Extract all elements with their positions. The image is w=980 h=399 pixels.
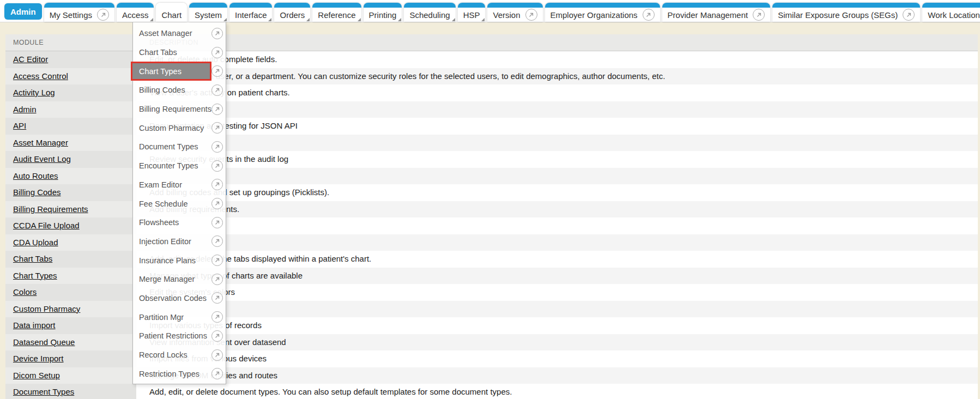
menu-item-label: Record Locks bbox=[133, 346, 211, 365]
external-link-icon[interactable] bbox=[211, 104, 223, 115]
module-link-custom-pharmacy[interactable]: Custom Pharmacy bbox=[13, 304, 80, 313]
module-link-ccda-file-upload[interactable]: CCDA File Upload bbox=[13, 221, 80, 230]
external-link-icon[interactable] bbox=[211, 368, 223, 379]
menu-item-patient-restrictions[interactable]: Patient Restrictions bbox=[133, 327, 226, 346]
external-link-icon[interactable] bbox=[211, 292, 223, 304]
menu-item-observation-codes[interactable]: Observation Codes bbox=[133, 289, 226, 308]
external-link-icon[interactable] bbox=[211, 217, 223, 228]
tab-label: My Settings bbox=[50, 10, 92, 20]
module-link-admin[interactable]: Admin bbox=[13, 105, 37, 114]
tab-my-settings[interactable]: My Settings bbox=[44, 3, 114, 22]
menu-item-fee-schedule[interactable]: Fee Schedule bbox=[133, 194, 226, 213]
menu-item-merge-manager[interactable]: Merge Manager bbox=[133, 270, 226, 289]
tab-access[interactable]: Access bbox=[117, 3, 154, 22]
external-link-icon[interactable] bbox=[211, 141, 223, 153]
module-link-dicom-setup[interactable]: Dicom Setup bbox=[13, 371, 60, 380]
external-link-icon[interactable] bbox=[211, 349, 223, 361]
submenu-fold-icon bbox=[358, 18, 361, 21]
tab-orders[interactable]: Orders bbox=[274, 3, 310, 22]
module-description: Add, edit, or delete document types. You… bbox=[136, 384, 978, 399]
external-link-icon[interactable] bbox=[211, 84, 223, 96]
menu-item-partition-mgr[interactable]: Partition Mgr bbox=[133, 307, 226, 327]
menu-item-insurance-plans[interactable]: Insurance Plans bbox=[133, 251, 226, 270]
module-link-billing-requirements[interactable]: Billing Requirements bbox=[13, 204, 88, 214]
module-cell: API bbox=[5, 118, 136, 135]
menu-item-label: Merge Manager bbox=[133, 270, 211, 289]
tab-admin[interactable]: Admin bbox=[4, 3, 42, 20]
menu-item-custom-pharmacy[interactable]: Custom Pharmacy bbox=[133, 118, 226, 137]
module-description: Edit, or delete auto complete fields. bbox=[136, 51, 978, 68]
tab-version[interactable]: Version bbox=[487, 3, 542, 22]
menu-item-record-locks[interactable]: Record Locks bbox=[133, 346, 226, 365]
module-cell: Device Import bbox=[5, 350, 136, 367]
module-link-document-types[interactable]: Document Types bbox=[13, 387, 74, 396]
module-link-activity-log[interactable]: Activity Log bbox=[13, 88, 55, 97]
external-link-icon bbox=[97, 9, 109, 21]
module-link-data-import[interactable]: Data import bbox=[13, 321, 56, 330]
submenu-fold-icon bbox=[150, 18, 153, 21]
module-link-device-import[interactable]: Device Import bbox=[13, 354, 64, 363]
module-link-api[interactable]: API bbox=[13, 121, 26, 130]
module-description bbox=[136, 168, 978, 185]
tab-system[interactable]: System bbox=[189, 3, 227, 22]
module-cell: Auto Routes bbox=[5, 168, 136, 185]
menu-item-restriction-types[interactable]: Restriction Types bbox=[133, 364, 226, 383]
menu-item-billing-codes[interactable]: Billing Codes bbox=[133, 81, 226, 100]
menu-item-exam-editor[interactable]: Exam Editor bbox=[133, 176, 226, 195]
menu-item-chart-tabs[interactable]: Chart Tabs bbox=[133, 43, 226, 62]
tab-reference[interactable]: Reference bbox=[312, 3, 361, 22]
external-link-icon[interactable] bbox=[211, 47, 223, 58]
module-link-ac-editor[interactable]: AC Editor bbox=[13, 55, 48, 64]
menu-item-flowsheets[interactable]: Flowsheets bbox=[133, 213, 226, 232]
menu-item-label: Injection Editor bbox=[133, 232, 211, 251]
external-link-icon[interactable] bbox=[211, 160, 223, 172]
menu-item-label: Encounter Types bbox=[133, 156, 211, 176]
external-link-icon[interactable] bbox=[211, 235, 223, 247]
menu-item-asset-manager[interactable]: Asset Manager bbox=[133, 24, 226, 43]
tab-provider-management[interactable]: Provider Management bbox=[662, 3, 771, 22]
module-link-colors[interactable]: Colors bbox=[13, 287, 37, 297]
external-link-icon[interactable] bbox=[211, 274, 223, 285]
external-link-icon[interactable] bbox=[211, 330, 223, 342]
tab-similar-exposure-groups-segs[interactable]: Similar Exposure Groups (SEGs) bbox=[772, 3, 920, 22]
menu-item-label: Restriction Types bbox=[133, 364, 211, 383]
module-cell: Datasend Queue bbox=[5, 334, 136, 351]
module-link-chart-types[interactable]: Chart Types bbox=[13, 271, 57, 280]
tab-printing[interactable]: Printing bbox=[364, 3, 402, 22]
tab-interface[interactable]: Interface bbox=[229, 3, 272, 22]
external-link-icon[interactable] bbox=[211, 28, 223, 39]
tab-scheduling[interactable]: Scheduling bbox=[404, 3, 455, 22]
module-link-asset-manager[interactable]: Asset Manager bbox=[13, 138, 68, 147]
menu-item-document-types[interactable]: Document Types bbox=[133, 137, 226, 156]
module-cell: Dicom Setup bbox=[5, 367, 136, 384]
module-link-chart-tabs[interactable]: Chart Tabs bbox=[13, 254, 52, 263]
menu-item-injection-editor[interactable]: Injection Editor bbox=[133, 232, 226, 251]
external-link-icon[interactable] bbox=[211, 179, 223, 190]
module-cell: AC Editor bbox=[5, 51, 136, 68]
menu-item-billing-requirements[interactable]: Billing Requirements bbox=[133, 100, 226, 119]
module-link-billing-codes[interactable]: Billing Codes bbox=[13, 188, 61, 197]
module-link-datasend-queue[interactable]: Datasend Queue bbox=[13, 337, 75, 347]
module-link-cda-upload[interactable]: CDA Upload bbox=[13, 238, 58, 247]
menu-item-label: Document Types bbox=[133, 137, 211, 156]
tab-hsp[interactable]: HSP bbox=[458, 3, 486, 22]
module-description: Review security events in the audit log bbox=[136, 151, 978, 168]
external-link-icon[interactable] bbox=[211, 198, 223, 209]
module-link-audit-event-log[interactable]: Audit Event Log bbox=[13, 154, 71, 164]
external-link-icon[interactable] bbox=[211, 65, 223, 77]
module-cell: Data import bbox=[5, 317, 136, 334]
external-link-icon[interactable] bbox=[211, 311, 223, 323]
menu-item-chart-types[interactable]: Chart Types bbox=[133, 62, 226, 81]
table-row: Document TypesAdd, edit, or delete docum… bbox=[5, 384, 978, 399]
menu-item-encounter-types[interactable]: Encounter Types bbox=[133, 156, 226, 176]
chart-dropdown-menu: Asset ManagerChart TabsChart TypesBillin… bbox=[132, 22, 226, 384]
external-link-icon[interactable] bbox=[211, 122, 223, 134]
tab-label: Version bbox=[493, 10, 520, 20]
tab-work-locations[interactable]: Work Locations bbox=[922, 3, 980, 22]
module-description bbox=[136, 101, 978, 118]
tab-employer-organizations[interactable]: Employer Organizations bbox=[545, 3, 660, 22]
tab-chart[interactable]: Chart bbox=[156, 3, 187, 22]
module-link-access-control[interactable]: Access Control bbox=[13, 71, 68, 81]
module-link-auto-routes[interactable]: Auto Routes bbox=[13, 171, 58, 180]
external-link-icon[interactable] bbox=[211, 255, 223, 266]
